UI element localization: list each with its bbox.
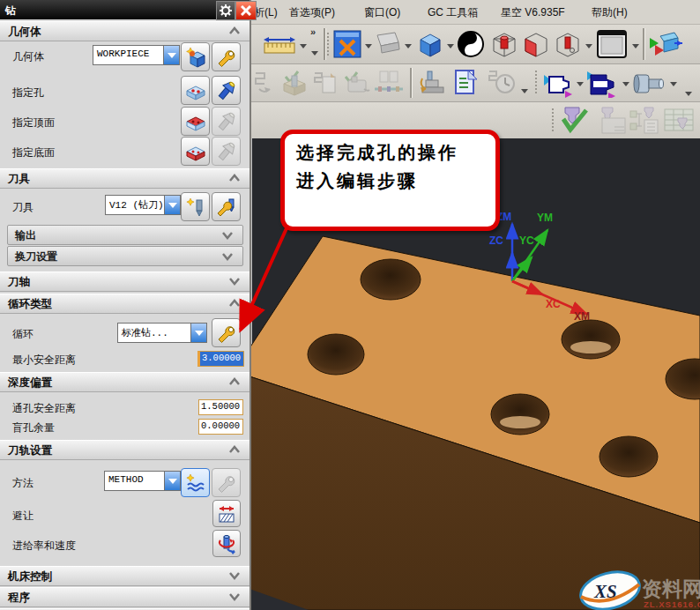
toolpath-table-icon[interactable] <box>662 106 696 135</box>
workpiece-block[interactable] <box>249 236 700 610</box>
measure-dropdown-arrow[interactable] <box>300 44 307 48</box>
funnel3-dropdown-arrow[interactable] <box>670 82 677 86</box>
toolbar-grip[interactable] <box>552 108 556 131</box>
section-program-header[interactable]: 程序 <box>0 587 249 607</box>
fit-view-icon[interactable] <box>332 29 362 59</box>
funnel1-dropdown-arrow[interactable] <box>577 82 584 86</box>
section-depth-offset-header[interactable]: 深度偏置 <box>0 372 249 392</box>
edit-geometry-button[interactable] <box>212 42 241 71</box>
drill-hole[interactable] <box>491 394 549 435</box>
section-path-settings-header[interactable]: 刀轨设置 <box>0 440 249 460</box>
tool-value: V12 (钻刀) <box>106 196 164 214</box>
edit-tool-button[interactable] <box>212 192 241 221</box>
geometry-select[interactable]: WORKPIECE <box>93 45 180 65</box>
cycle-select[interactable]: 标准钻... <box>117 323 207 343</box>
section-tool-header[interactable]: 刀具 <box>0 168 249 189</box>
callout-line2: 进入编辑步骤 <box>296 169 418 193</box>
min-clearance-field[interactable]: 3.00000 <box>197 351 244 367</box>
menu-preferences[interactable]: 首选项(P) <box>289 5 335 20</box>
drill-hole[interactable] <box>599 436 658 477</box>
view-dropdown-arrow[interactable] <box>405 44 412 48</box>
drill-hole[interactable] <box>361 259 421 300</box>
bottom-face-icon <box>185 141 206 162</box>
shop-doc-icon[interactable] <box>451 68 481 98</box>
highlight-holes-button[interactable] <box>212 76 241 105</box>
menu-starsky[interactable]: 星空 V6.935F <box>501 5 565 20</box>
machine-check-icon[interactable] <box>341 70 371 96</box>
measure-ruler-icon[interactable] <box>262 33 297 57</box>
dialog-close-button[interactable] <box>235 1 257 20</box>
funnel2-dropdown-arrow[interactable] <box>622 82 629 86</box>
dropdown-arrow-icon[interactable] <box>164 472 180 490</box>
toolbar-grip[interactable] <box>535 71 540 93</box>
blank-square-icon[interactable] <box>595 28 629 60</box>
generate-toolpath-icon[interactable] <box>252 70 279 96</box>
cube-red-face-icon[interactable] <box>521 29 551 59</box>
create-geometry-button[interactable] <box>181 42 210 71</box>
cube-hole-icon[interactable] <box>553 29 583 59</box>
toolpath-sheet-icon[interactable] <box>595 106 627 135</box>
feeds-speeds-button[interactable] <box>212 530 241 557</box>
menu-gc-toolbox[interactable]: GC 工具箱 <box>428 5 478 20</box>
section-machine-control-header[interactable]: 机床控制 <box>0 566 249 586</box>
create-method-button[interactable] <box>181 468 210 497</box>
bg-dropdown-arrow[interactable] <box>632 44 639 48</box>
row2-more-arrow[interactable] <box>685 92 692 96</box>
dialog-settings-button[interactable] <box>216 1 235 20</box>
halftone-circle-icon[interactable] <box>456 29 486 59</box>
select-top-face-button[interactable] <box>181 107 210 136</box>
verify-toolpath-check-icon[interactable] <box>558 105 592 136</box>
blind-stock-field[interactable]: 0.00000 <box>198 419 243 435</box>
dropdown-arrow-icon[interactable] <box>190 324 206 342</box>
docs-dropdown-arrow[interactable] <box>521 89 528 93</box>
shaded-cube-icon[interactable] <box>415 29 445 59</box>
through-clearance-field[interactable]: 1.50000 <box>198 399 243 415</box>
feeds-speeds-icon <box>216 533 237 554</box>
chevron-up-icon <box>228 445 241 454</box>
style-dropdown-arrow[interactable] <box>585 44 592 48</box>
highlight-bottom-face-button <box>212 137 241 166</box>
toolpath-tree-icon[interactable] <box>629 106 660 135</box>
select-holes-button[interactable] <box>181 76 210 105</box>
dropdown-arrow-icon[interactable] <box>163 46 179 64</box>
section-clip-icon[interactable] <box>648 29 683 59</box>
tool-select[interactable]: V12 (钻刀) <box>105 195 181 215</box>
edit-cycle-button[interactable] <box>212 318 241 347</box>
section-geometry-header[interactable]: 几何体 <box>0 21 249 41</box>
flashlight-gray-icon <box>216 111 237 132</box>
toolpath-doc-icon[interactable] <box>311 70 339 96</box>
section-cycle-type-header[interactable]: 循环类型 <box>0 294 249 314</box>
parallel-generate-icon[interactable] <box>373 70 405 96</box>
machine-simulate-icon[interactable] <box>417 68 449 98</box>
highlight-top-face-button <box>212 107 241 136</box>
flashlight-icon <box>216 80 237 101</box>
tool-change-subsection[interactable]: 换刀设置 <box>7 246 243 266</box>
time-estimate-icon[interactable] <box>484 68 518 98</box>
toolbar-overflow-icon[interactable]: » <box>310 26 316 37</box>
cube-cylinder-icon[interactable] <box>489 29 519 59</box>
section-tool-axis-header[interactable]: 刀轴 <box>0 272 249 292</box>
wrench-icon <box>216 47 237 68</box>
hole-cylinder-icon[interactable] <box>631 71 668 96</box>
menu-help[interactable]: 帮助(H) <box>592 5 628 20</box>
verify-box-icon[interactable] <box>280 70 309 96</box>
hole-funnel-navy-icon[interactable] <box>585 70 619 98</box>
geometry-label: 几何体 <box>12 49 44 64</box>
method-select[interactable]: METHOD <box>104 471 181 491</box>
shade-dropdown-arrow[interactable] <box>447 44 454 48</box>
menu-window[interactable]: 窗口(O) <box>364 5 400 20</box>
drill-hole[interactable] <box>308 334 364 375</box>
avoidance-button[interactable] <box>212 500 241 527</box>
menu-analysis[interactable]: 析(L) <box>254 5 278 20</box>
output-subsection[interactable]: 输出 <box>7 225 243 245</box>
select-bottom-face-button[interactable] <box>181 137 210 166</box>
dropdown-arrow-icon[interactable] <box>164 196 180 214</box>
dialog-titlebar[interactable]: 钻 <box>0 0 249 19</box>
toolbar-more-arrow[interactable] <box>311 51 318 56</box>
create-tool-button[interactable] <box>181 192 210 221</box>
tool-label: 刀具 <box>12 200 34 215</box>
monitor-icon[interactable] <box>374 30 402 56</box>
hole-funnel-white-icon[interactable] <box>542 70 574 98</box>
fit-dropdown-arrow[interactable] <box>365 44 372 48</box>
toolbar-grip[interactable] <box>327 33 331 56</box>
